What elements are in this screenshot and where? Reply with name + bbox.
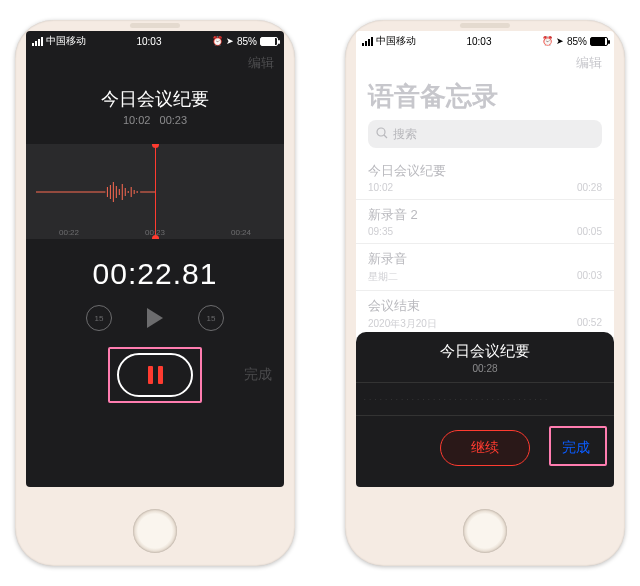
location-icon: ➤ — [556, 36, 564, 46]
highlight-box — [108, 347, 202, 403]
list-item[interactable]: 新录音 星期二00:03 — [356, 244, 614, 291]
playhead-indicator[interactable] — [155, 144, 156, 239]
list-item[interactable]: 新录音 2 09:3500:05 — [356, 200, 614, 244]
location-icon: ➤ — [226, 36, 234, 46]
alarm-icon: ⏰ — [212, 36, 223, 46]
status-bar: 中国移动 10:03 ⏰ ➤ 85% — [26, 31, 284, 49]
carrier-label: 中国移动 — [376, 34, 416, 48]
status-time: 10:03 — [136, 36, 161, 47]
recording-title[interactable]: 今日会议纪要 — [26, 87, 284, 111]
resume-button[interactable]: 继续 — [440, 430, 530, 466]
panel-title[interactable]: 今日会议纪要 — [356, 342, 614, 361]
search-icon — [376, 127, 388, 142]
tick-label: 00:22 — [59, 228, 79, 237]
alarm-icon: ⏰ — [542, 36, 553, 46]
panel-waveform[interactable]: · · · · · · · · · · · · · · · · · · · · … — [356, 382, 614, 416]
list-item[interactable]: 会议结束 2020年3月20日00:52 — [356, 291, 614, 338]
nav-bar: 编辑 — [26, 49, 284, 77]
earpiece — [130, 23, 180, 28]
search-input[interactable]: 搜索 — [368, 120, 602, 148]
battery-icon — [590, 37, 608, 46]
page-title: 语音备忘录 — [356, 77, 614, 120]
waveform-view[interactable]: 00:22 00:23 00:24 — [26, 144, 284, 239]
signal-icon — [362, 37, 373, 46]
recording-duration: 00:23 — [160, 114, 188, 126]
screen-recording: 中国移动 10:03 ⏰ ➤ 85% 编辑 今日会议纪要 10:02 00:23 — [26, 31, 284, 487]
screen-list: 中国移动 10:03 ⏰ ➤ 85% 编辑 语音备忘录 搜索 今日会议纪要 10… — [356, 31, 614, 487]
tick-label: 00:23 — [145, 228, 165, 237]
carrier-label: 中国移动 — [46, 34, 86, 48]
recording-time: 10:02 — [123, 114, 151, 126]
home-button[interactable] — [133, 509, 177, 553]
play-icon[interactable] — [147, 308, 163, 328]
search-placeholder: 搜索 — [393, 126, 417, 143]
list-item[interactable]: 今日会议纪要 10:0200:28 — [356, 156, 614, 200]
nav-bar: 编辑 — [356, 49, 614, 77]
svg-point-13 — [377, 128, 385, 136]
tick-label: 00:24 — [231, 228, 251, 237]
battery-icon — [260, 37, 278, 46]
status-time: 10:03 — [466, 36, 491, 47]
battery-percent: 85% — [237, 36, 257, 47]
skip-forward-button[interactable]: 15 — [198, 305, 224, 331]
home-button[interactable] — [463, 509, 507, 553]
status-bar: 中国移动 10:03 ⏰ ➤ 85% — [356, 31, 614, 49]
timer-display: 00:22.81 — [26, 257, 284, 291]
panel-duration: 00:28 — [356, 363, 614, 374]
done-button[interactable]: 完成 — [244, 366, 272, 384]
phone-frame-left: 中国移动 10:03 ⏰ ➤ 85% 编辑 今日会议纪要 10:02 00:23 — [15, 20, 295, 566]
svg-line-14 — [384, 135, 387, 138]
playback-panel: 今日会议纪要 00:28 · · · · · · · · · · · · · ·… — [356, 332, 614, 487]
skip-back-button[interactable]: 15 — [86, 305, 112, 331]
signal-icon — [32, 37, 43, 46]
phone-frame-right: 中国移动 10:03 ⏰ ➤ 85% 编辑 语音备忘录 搜索 今日会议纪要 10… — [345, 20, 625, 566]
edit-button[interactable]: 编辑 — [248, 54, 274, 72]
done-button[interactable]: 完成 — [552, 432, 600, 464]
edit-button[interactable]: 编辑 — [576, 54, 602, 72]
earpiece — [460, 23, 510, 28]
battery-percent: 85% — [567, 36, 587, 47]
